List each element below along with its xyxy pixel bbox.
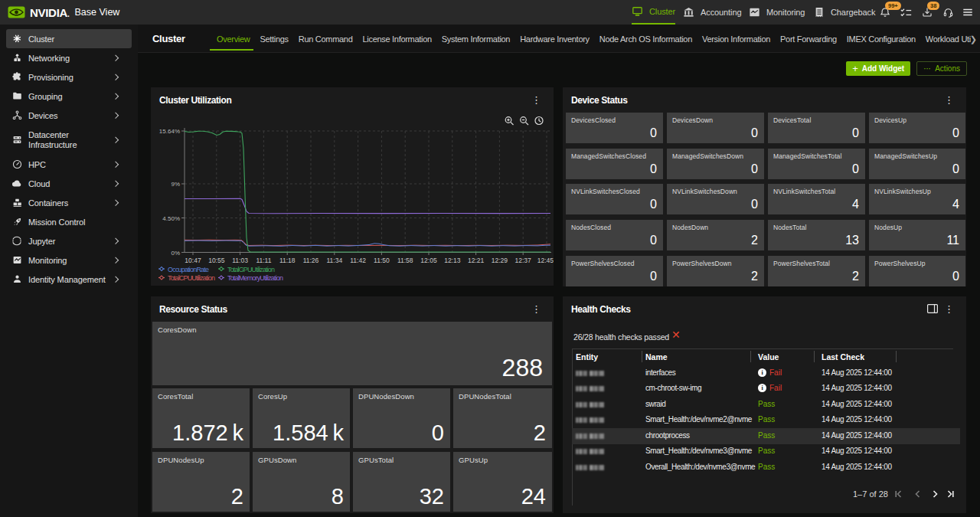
svg-text:11:26: 11:26 [303,257,319,264]
svg-text:10:47: 10:47 [185,257,201,264]
svg-text:12:13: 12:13 [444,257,461,264]
svg-text:0%: 0% [171,250,180,257]
svg-text:10:55: 10:55 [208,257,225,264]
svg-text:TotalMemoryUtilization: TotalMemoryUtilization [227,274,283,282]
svg-text:11:42: 11:42 [350,257,366,264]
svg-text:11:11: 11:11 [256,257,271,264]
svg-text:11:58: 11:58 [397,257,413,264]
svg-text:12:21: 12:21 [468,257,485,264]
svg-text:11:34: 11:34 [326,257,342,264]
svg-text:12:45: 12:45 [537,257,554,264]
svg-text:11:50: 11:50 [374,257,390,264]
svg-text:9%: 9% [171,181,180,188]
svg-text:TotalGPUUtilization: TotalGPUUtilization [227,266,275,273]
svg-text:11:18: 11:18 [279,257,296,264]
svg-text:12:05: 12:05 [420,257,437,264]
svg-text:15.64%: 15.64% [159,128,180,135]
svg-text:TotalCPUUtilization: TotalCPUUtilization [168,274,215,282]
svg-text:OccupationRate: OccupationRate [168,266,209,273]
svg-text:4.50%: 4.50% [162,215,180,222]
svg-text:11:03: 11:03 [232,257,248,264]
svg-text:12:29: 12:29 [492,257,508,264]
svg-text:12:37: 12:37 [515,257,532,264]
